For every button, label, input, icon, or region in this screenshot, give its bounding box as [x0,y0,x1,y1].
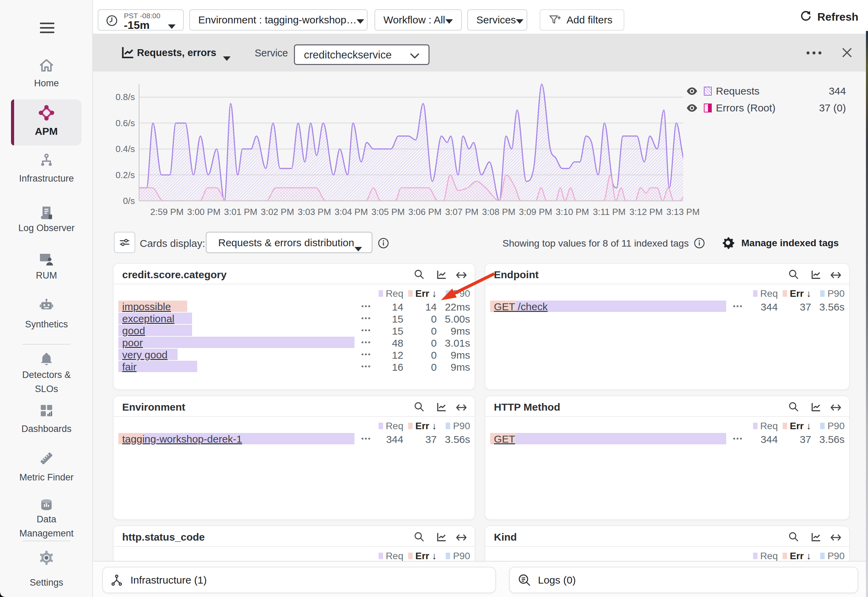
svg-text:3:13 PM: 3:13 PM [666,207,700,217]
svg-text:3:01 PM: 3:01 PM [224,207,258,217]
svg-text:3:05 PM: 3:05 PM [371,207,405,217]
svg-text:3:12 PM: 3:12 PM [630,207,663,217]
svg-text:3:09 PM: 3:09 PM [519,207,552,217]
svg-text:3:02 PM: 3:02 PM [261,207,294,217]
svg-text:3:06 PM: 3:06 PM [408,207,442,217]
svg-text:0.2/s: 0.2/s [116,170,135,180]
svg-text:0.4/s: 0.4/s [116,144,135,154]
svg-text:3:11 PM: 3:11 PM [593,207,626,217]
svg-text:3:00 PM: 3:00 PM [187,207,220,217]
svg-text:3:03 PM: 3:03 PM [298,207,331,217]
svg-text:3:10 PM: 3:10 PM [556,207,589,217]
svg-text:0/s: 0/s [123,196,135,206]
svg-text:3:08 PM: 3:08 PM [482,207,515,217]
svg-text:3:04 PM: 3:04 PM [335,207,368,217]
svg-text:0.6/s: 0.6/s [116,118,135,128]
svg-text:0.8/s: 0.8/s [116,92,135,102]
svg-text:2:59 PM: 2:59 PM [150,207,184,217]
svg-text:3:07 PM: 3:07 PM [445,207,478,217]
